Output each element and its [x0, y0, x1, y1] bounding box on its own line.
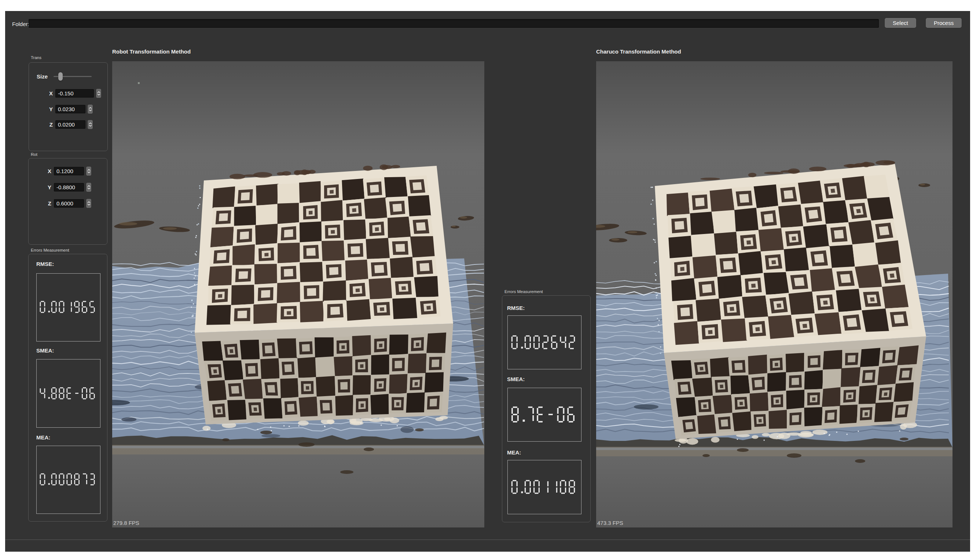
- errors-left-title: Errors Measurement: [31, 248, 69, 252]
- rmse-lcd-right: [507, 316, 581, 369]
- stepper-up-icon[interactable]: [89, 122, 92, 124]
- rot-z-input[interactable]: [54, 199, 84, 208]
- trans-x-label: X: [42, 90, 53, 96]
- trans-group-title: Trans: [31, 55, 41, 60]
- page: { "toolbar": { "folder_label": "Folder:"…: [0, 0, 980, 559]
- stepper-down-icon[interactable]: [87, 187, 91, 189]
- errors-right-title: Errors Measurement: [505, 289, 543, 294]
- point-cloud-render-left: [112, 61, 484, 528]
- fps-counter-right: 473.3 FPS: [597, 520, 623, 526]
- rot-x-row: X: [40, 167, 91, 176]
- trans-z-row: Z: [42, 120, 93, 129]
- point-cloud-render-right: [596, 61, 952, 528]
- rot-y-input[interactable]: [54, 183, 84, 192]
- rot-z-row: Z: [40, 199, 91, 208]
- rmse-lcd-left: [36, 273, 101, 341]
- rot-z-stepper[interactable]: [86, 199, 91, 208]
- trans-y-input[interactable]: [55, 105, 86, 113]
- rot-y-label: Y: [40, 184, 51, 190]
- process-button[interactable]: Process: [926, 18, 962, 28]
- stepper-down-icon[interactable]: [97, 94, 101, 95]
- stepper-up-icon[interactable]: [87, 169, 91, 171]
- stepper-down-icon[interactable]: [89, 109, 92, 111]
- viewport-right-3d-view[interactable]: 473.3 FPS: [596, 61, 952, 528]
- mea-label-left: MEA:: [36, 434, 50, 440]
- stepper-down-icon[interactable]: [89, 125, 92, 127]
- viewport-right-title: Charuco Transformation Method: [596, 48, 681, 55]
- trans-z-stepper[interactable]: [87, 120, 93, 129]
- trans-x-input[interactable]: [55, 89, 94, 98]
- mea-label-right: MEA:: [507, 449, 521, 456]
- rot-x-label: X: [40, 168, 51, 174]
- viewport-left-3d-view[interactable]: 279.8 FPS: [112, 61, 484, 528]
- folder-label: Folder:: [12, 21, 29, 27]
- rmse-label-right: RMSE:: [507, 305, 525, 311]
- trans-z-label: Z: [42, 121, 53, 127]
- stepper-up-icon[interactable]: [87, 185, 91, 187]
- stepper-up-icon[interactable]: [87, 202, 91, 203]
- folder-path-input[interactable]: [29, 19, 879, 28]
- rot-y-stepper[interactable]: [86, 183, 91, 192]
- app-window: Folder: Select Process Trans Size X Y Z: [5, 11, 970, 552]
- stepper-up-icon[interactable]: [97, 91, 101, 93]
- trans-y-row: Y: [42, 104, 93, 114]
- stepper-down-icon[interactable]: [87, 203, 91, 205]
- size-slider-thumb[interactable]: [58, 72, 63, 81]
- fps-counter-left: 279.8 FPS: [113, 520, 139, 526]
- size-slider[interactable]: [54, 76, 92, 77]
- rot-x-input[interactable]: [54, 167, 84, 175]
- smea-label-left: SMEA:: [36, 347, 54, 354]
- stepper-down-icon[interactable]: [87, 171, 91, 173]
- trans-x-row: X: [42, 89, 101, 98]
- viewport-left-title: Robot Transformation Method: [112, 48, 191, 55]
- rot-group-title: Rot: [31, 152, 37, 157]
- smea-label-right: SMEA:: [507, 376, 525, 382]
- smea-lcd-right: [507, 388, 581, 442]
- rmse-label-left: RMSE:: [36, 261, 54, 267]
- stepper-up-icon[interactable]: [89, 107, 92, 109]
- rot-x-stepper[interactable]: [86, 167, 91, 176]
- trans-y-label: Y: [42, 106, 53, 112]
- bottom-status-strip: [5, 539, 970, 552]
- size-slider-row: Size: [37, 72, 92, 81]
- size-label: Size: [37, 73, 48, 79]
- trans-y-stepper[interactable]: [87, 104, 93, 114]
- rot-z-label: Z: [40, 200, 51, 207]
- trans-x-stepper[interactable]: [96, 89, 101, 98]
- trans-z-input[interactable]: [55, 120, 86, 129]
- smea-lcd-left: [36, 359, 101, 428]
- mea-lcd-right: [507, 460, 581, 514]
- select-folder-button[interactable]: Select: [885, 18, 916, 28]
- mea-lcd-left: [36, 446, 101, 514]
- rot-y-row: Y: [40, 183, 91, 192]
